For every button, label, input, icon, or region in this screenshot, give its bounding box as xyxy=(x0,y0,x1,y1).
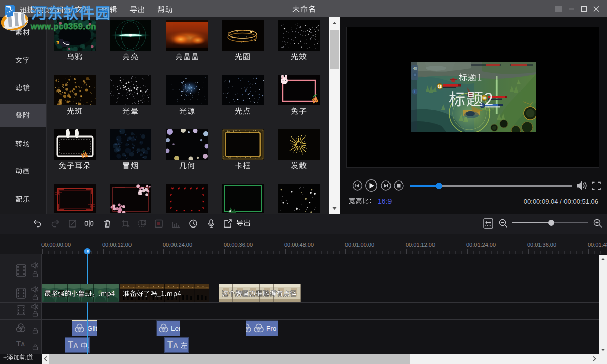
svg-text:+: + xyxy=(414,90,416,94)
svg-text:18: 18 xyxy=(438,85,442,88)
svg-text:40: 40 xyxy=(413,67,417,70)
